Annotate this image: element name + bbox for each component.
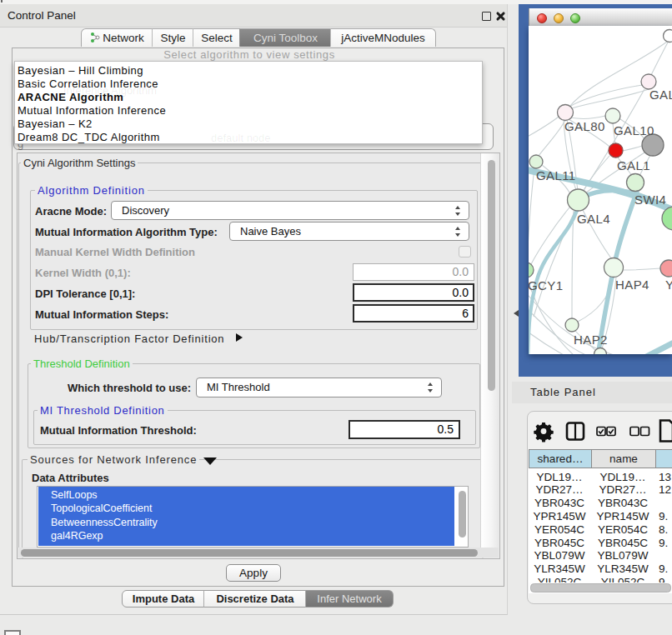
- svg-text:HAP2: HAP2: [574, 332, 608, 347]
- svg-text:GAL10: GAL10: [614, 123, 654, 138]
- svg-text:HAP4: HAP4: [615, 278, 649, 292]
- svg-text:GAL4: GAL4: [577, 212, 610, 226]
- svg-text:GAL1: GAL1: [617, 158, 650, 172]
- svg-text:GAL7: GAL7: [649, 88, 672, 102]
- svg-text:GAL80: GAL80: [564, 119, 605, 133]
- svg-text:GAL11: GAL11: [536, 168, 576, 182]
- svg-text:GCY1: GCY1: [529, 278, 563, 292]
- svg-text:YM: YM: [665, 278, 672, 292]
- svg-text:SWI4: SWI4: [634, 192, 666, 207]
